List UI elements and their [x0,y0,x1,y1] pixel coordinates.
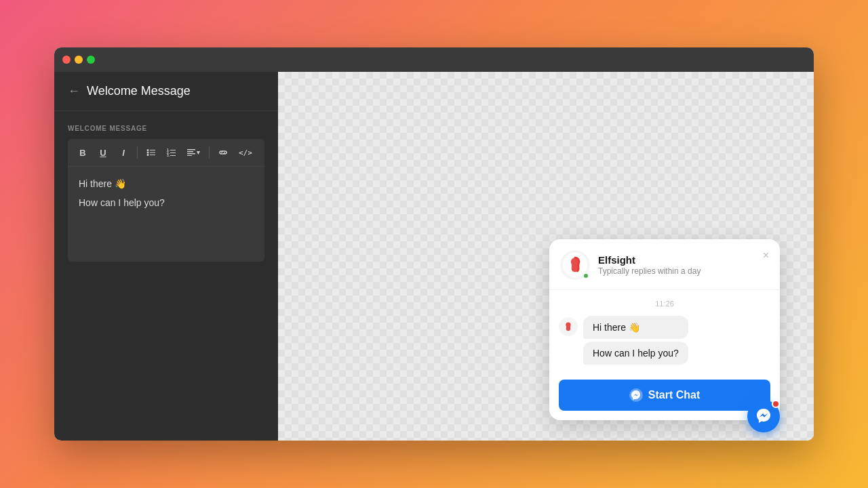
editor-toolbar: B U I [68,139,264,167]
section-label: WELCOME MESSAGE [68,125,264,132]
left-panel-content: WELCOME MESSAGE B U I [54,111,278,441]
back-button[interactable]: ← [68,84,80,98]
messenger-fab-icon [755,407,772,425]
svg-rect-14 [187,153,195,155]
svg-rect-1 [150,150,155,150]
browser-titlebar [54,47,814,72]
chat-avatar-wrap [560,250,590,280]
link-button[interactable] [215,144,231,161]
online-indicator [583,272,589,279]
message-bubble-2: How can I help you? [583,342,688,365]
message-bubble-1: Hi there 👋 [583,316,688,339]
traffic-light-green[interactable] [87,56,95,64]
svg-text:3.: 3. [167,153,170,157]
toolbar-separator-1 [137,146,138,159]
chat-status: Typically replies within a day [598,266,769,276]
svg-rect-13 [187,151,193,152]
italic-button[interactable]: I [115,144,132,161]
chat-header-info: Elfsight Typically replies within a day [598,254,769,276]
traffic-light-red[interactable] [62,56,71,64]
panel-title: Welcome Message [87,84,191,98]
svg-rect-12 [187,149,195,150]
browser-window: ← Welcome Message WELCOME MESSAGE B U I [54,47,814,441]
ordered-list-button[interactable]: 1. 2. 3. [163,144,180,161]
svg-rect-11 [170,155,176,156]
chat-messages-area: 11:26 Hi there 👋 How can I help you? [549,290,780,371]
left-panel-header: ← Welcome Message [54,72,278,111]
chat-widget: Elfsight Typically replies within a day … [549,239,780,420]
unordered-list-button[interactable] [143,144,159,161]
browser-body: ← Welcome Message WELCOME MESSAGE B U I [54,72,814,441]
chat-widget-header: Elfsight Typically replies within a day … [549,239,780,290]
chat-brand-name: Elfsight [598,254,769,266]
message-bubble-wrap: Hi there 👋 How can I help you? [583,316,688,365]
editor-line-2: How can I help you? [79,195,254,210]
chat-footer: Start Chat [549,371,780,420]
toolbar-separator-2 [209,146,210,159]
chat-close-button[interactable]: × [760,247,772,264]
fab-notification-dot [772,400,780,408]
svg-rect-3 [150,152,155,153]
message-avatar [559,317,578,336]
traffic-lights [62,56,95,64]
svg-rect-15 [187,155,192,156]
traffic-light-yellow[interactable] [75,56,83,64]
right-panel: Elfsight Typically replies within a day … [278,72,814,441]
start-chat-button[interactable]: Start Chat [559,380,770,411]
left-panel: ← Welcome Message WELCOME MESSAGE B U I [54,72,278,441]
messenger-icon [629,388,643,402]
chat-message-row: Hi there 👋 How can I help you? [559,316,770,365]
editor-area[interactable]: Hi there 👋 How can I help you? [68,167,264,262]
editor-line-1: Hi there 👋 [79,176,254,191]
underline-button[interactable]: U [95,144,111,161]
svg-rect-7 [170,150,176,150]
svg-rect-9 [170,152,176,153]
code-button[interactable]: </> [235,144,256,161]
svg-point-2 [147,152,149,154]
messenger-fab[interactable] [747,400,780,432]
svg-point-4 [147,154,149,156]
svg-point-0 [147,149,149,151]
bold-button[interactable]: B [75,144,91,161]
align-button[interactable]: ▾ [184,144,203,161]
chat-timestamp: 11:26 [559,300,770,308]
svg-rect-5 [150,155,155,155]
start-chat-label: Start Chat [648,389,700,401]
